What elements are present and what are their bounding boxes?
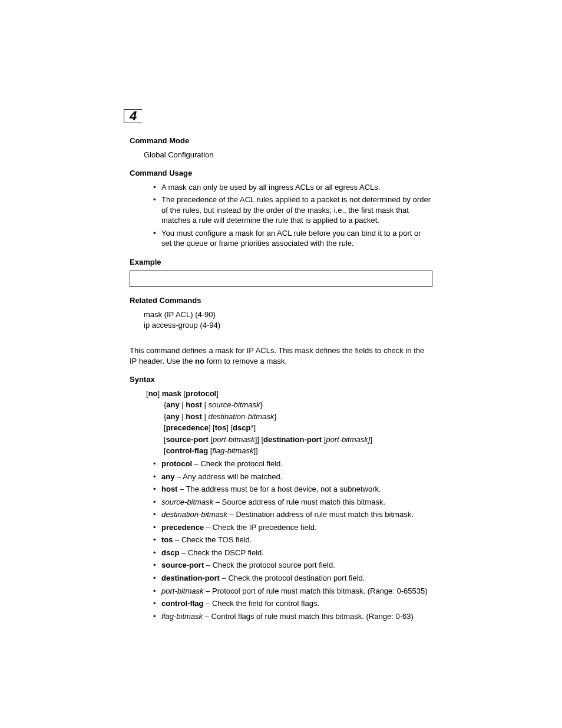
related-item: mask (IP ACL) (4-90) [144,309,432,320]
param-post: – Destination address of rule must match… [227,510,414,519]
param-bold: host [161,485,177,493]
command-mode-heading: Command Mode [130,136,432,146]
param-post: – Source address of rule must match this… [213,498,385,506]
kw-any: any [166,412,179,421]
param-post: – Check the protocol source port field. [204,561,335,569]
kw-any: any [166,400,179,409]
list-item: A mask can only be used by all ingress A… [153,182,432,193]
list-item: flag-bitmask – Control flags of rule mus… [153,611,432,622]
syntax-heading: Syntax [130,374,432,385]
param-post: – Check the field for control flags. [204,599,320,608]
syntax-line: [no] mask [protocol] [146,388,432,399]
syntax-line: [control-flag [flag-bitmask]] [164,446,432,456]
param-post: – Check the TOS field. [173,535,252,544]
kw-host: host [186,400,201,409]
example-heading: Example [130,257,432,268]
list-item: The precedence of the ACL rules applied … [153,195,432,226]
syntax-line: [precedence] [tos] [dscp*] [164,423,432,433]
related-item: ip access-group (4-94) [144,320,432,331]
page-content: Command Mode Global Configuration Comman… [130,136,432,621]
list-item: dscp – Check the DSCP field. [153,548,432,558]
param-post: – Check the DSCP field. [179,548,264,557]
list-item: protocol – Check the protocol field. [153,459,432,469]
param-bold: destination-port [161,574,220,582]
list-item: source-bitmask – Source address of rule … [153,497,432,508]
param-italic: port-bitmask [161,587,204,595]
dst-bitmask: destination-bitmask [208,412,274,421]
example-box [130,271,432,287]
command-mode-text: Global Configuration [144,150,432,160]
command-usage-heading: Command Usage [130,168,432,179]
list-item: tos – Check the TOS field. [153,535,432,545]
param-bold: control-flag [161,599,204,608]
param-bold: protocol [161,459,192,468]
kw-mask: mask [162,389,181,398]
param-italic: flag-bitmask [161,612,203,621]
kw-control-flag: control-flag [166,446,209,455]
param-list: protocol – Check the protocol field. any… [153,459,432,621]
related-commands-heading: Related Commands [130,295,432,306]
command-usage-list: A mask can only be used by all ingress A… [153,182,432,249]
chapter-number: 4 [130,110,137,123]
param-italic: destination-bitmask [161,510,227,519]
list-item: You must configure a mask for an ACL rul… [153,228,432,249]
list-item: control-flag – Check the field for contr… [153,598,432,609]
syntax-line: {any | host | source-bitmask} [164,400,432,410]
list-item: port-bitmask – Protocol port of rule mus… [153,586,432,597]
list-item: precedence – Check the IP precedence fie… [153,522,432,533]
syntax-line: [source-port [port-bitmask]] [destinatio… [164,434,432,445]
param-bold: tos [161,535,173,544]
param-post: – Any address will be matched. [174,472,282,481]
param-bold: source-port [161,561,204,569]
param-bold: dscp [161,548,179,557]
list-item: source-port – Check the protocol source … [153,560,432,571]
kw-destination-port: destination-port [263,435,322,444]
list-item: destination-port – Check the protocol de… [153,573,432,584]
kw-tos: tos [215,423,227,432]
kw-source-port: source-port [166,435,209,444]
param-post: – Check the protocol field. [192,459,283,468]
param-post: – Control flags of rule must match this … [203,612,414,621]
port-bitmask: port-bitmask [213,435,255,444]
kw-no: no [148,389,158,398]
param-post: – The address must be for a host device,… [177,485,381,493]
kw-host: host [186,412,201,421]
list-item: any – Any address will be matched. [153,472,432,482]
param-italic: source-bitmask [161,498,213,506]
kw-precedence: precedence [166,423,209,432]
port-bitmask: port-bitmask [326,435,368,444]
desc-post: form to remove a mask. [204,357,287,365]
param-bold: any [161,472,174,481]
command-description: This command defines a mask for IP ACLs.… [130,345,432,366]
param-post: – Check the IP precedence field. [204,523,316,532]
list-item: host – The address must be for a host de… [153,484,432,495]
param-bold: precedence [161,523,204,532]
flag-bitmask: flag-bitmask [212,446,253,455]
syntax-line: {any | host | destination-bitmask} [164,411,432,422]
param-post: – Check the protocol destination port fi… [220,574,365,582]
kw-protocol: protocol [186,389,216,398]
chapter-badge: 4 [124,109,142,123]
list-item: destination-bitmask – Destination addres… [153,509,432,520]
desc-bold: no [195,357,204,365]
page: 4 Command Mode Global Configuration Comm… [0,0,562,728]
kw-dscp: dscp [233,423,250,432]
src-bitmask: source-bitmask [208,400,260,409]
param-post: – Protocol port of rule must match this … [204,587,428,595]
